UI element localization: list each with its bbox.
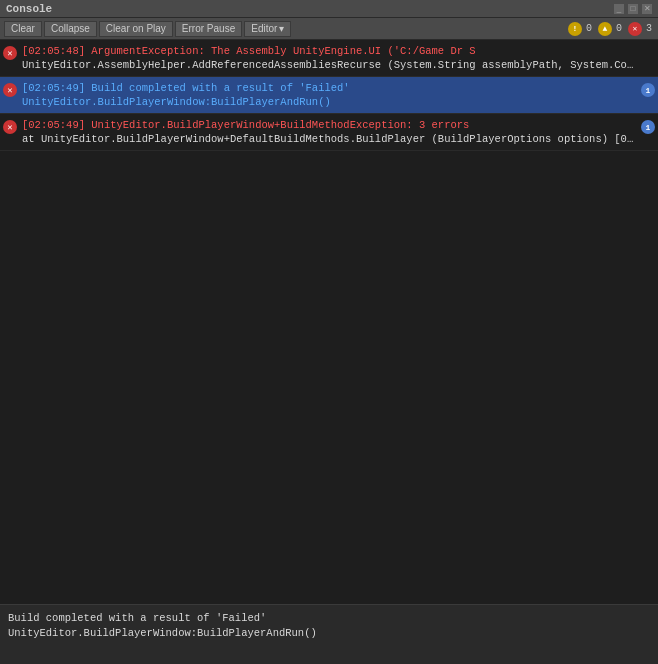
- title-bar-controls: _ □ ✕: [614, 4, 652, 14]
- log-line2: UnityEditor.BuildPlayerWindow:BuildPlaye…: [22, 95, 634, 109]
- toolbar: Clear Collapse Clear on Play Error Pause…: [0, 18, 658, 40]
- log-entry[interactable]: ✕[02:05:48] ArgumentException: The Assem…: [0, 40, 658, 77]
- log-text-col: [02:05:49] UnityEditor.BuildPlayerWindow…: [20, 114, 638, 150]
- log-entry[interactable]: ✕[02:05:49] Build completed with a resul…: [0, 77, 658, 114]
- log-line1: [02:05:49] UnityEditor.BuildPlayerWindow…: [22, 118, 634, 132]
- log-icon-col: ✕: [0, 77, 20, 113]
- error-icon: ✕: [3, 46, 17, 60]
- editor-button[interactable]: Editor ▾: [244, 21, 291, 37]
- collapse-button[interactable]: Collapse: [44, 21, 97, 37]
- log-count-col: 1: [638, 77, 658, 113]
- clear-button[interactable]: Clear: [4, 21, 42, 37]
- window-title: Console: [6, 3, 52, 15]
- log-line2: at UnityEditor.BuildPlayerWindow+Default…: [22, 132, 634, 146]
- log-line2: UnityEditor.AssemblyHelper.AddReferenced…: [22, 58, 634, 72]
- log-line1: [02:05:48] ArgumentException: The Assemb…: [22, 44, 634, 58]
- log-icon-col: ✕: [0, 40, 20, 76]
- console-log-area[interactable]: ✕[02:05:48] ArgumentException: The Assem…: [0, 40, 658, 604]
- editor-label: Editor: [251, 23, 277, 34]
- warning-count: 0: [586, 23, 592, 34]
- console-window: Console _ □ ✕ Clear Collapse Clear on Pl…: [0, 0, 658, 664]
- log-text-col: [02:05:49] Build completed with a result…: [20, 77, 638, 113]
- log-count-col: [638, 40, 658, 76]
- title-bar: Console _ □ ✕: [0, 0, 658, 18]
- error-count: 0: [616, 23, 622, 34]
- detail-panel: Build completed with a result of 'Failed…: [0, 604, 658, 664]
- warning-status-icon: !: [568, 22, 582, 36]
- close-button[interactable]: ✕: [642, 4, 652, 14]
- detail-line1: Build completed with a result of 'Failed…: [8, 611, 650, 626]
- error-status-icon: ▲: [598, 22, 612, 36]
- log-icon-col: ✕: [0, 114, 20, 150]
- editor-chevron-icon: ▾: [279, 23, 284, 34]
- error-icon: ✕: [3, 120, 17, 134]
- fatal-status-icon: ✕: [628, 22, 642, 36]
- log-count-col: 1: [638, 114, 658, 150]
- clear-on-play-button[interactable]: Clear on Play: [99, 21, 173, 37]
- log-entry[interactable]: ✕[02:05:49] UnityEditor.BuildPlayerWindo…: [0, 114, 658, 151]
- error-icon: ✕: [3, 83, 17, 97]
- count-badge: 1: [641, 83, 655, 97]
- log-text-col: [02:05:48] ArgumentException: The Assemb…: [20, 40, 638, 76]
- minimize-button[interactable]: _: [614, 4, 624, 14]
- status-area: ! 0 ▲ 0 ✕ 3: [568, 22, 654, 36]
- fatal-count: 3: [646, 23, 652, 34]
- detail-line2: UnityEditor.BuildPlayerWindow:BuildPlaye…: [8, 626, 650, 641]
- count-badge: 1: [641, 120, 655, 134]
- error-pause-button[interactable]: Error Pause: [175, 21, 242, 37]
- log-line1: [02:05:49] Build completed with a result…: [22, 81, 634, 95]
- restore-button[interactable]: □: [628, 4, 638, 14]
